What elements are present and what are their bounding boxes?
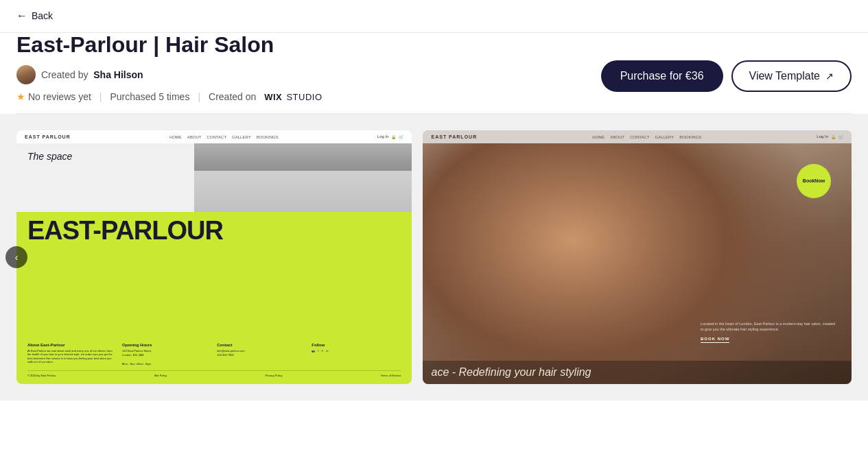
hero-face-overlay (423, 143, 852, 384)
mockup-top-section: The space (16, 143, 412, 212)
created-on-meta: Created on WIX STUDIO (209, 91, 322, 102)
mockup-logo-left: EAST PARLOUR (25, 134, 71, 139)
hero-description: Located in the heart of London, East-Par… (701, 321, 838, 333)
reviews-text: No reviews yet (28, 91, 91, 102)
mockup-footer-grid: About East-Parlour At East-Parlour we ca… (27, 343, 401, 367)
mockup-nav-links-left: HOME ABOUT CONTACT GALLERY BOOKINGS (169, 135, 279, 139)
mockup-nav-links-right: HOME ABOUT CONTACT GALLERY BOOKINGS (592, 135, 701, 139)
mockup-top-text: The space (27, 150, 401, 163)
mockup-footer-bottom: © 2024 by East Parlour Site Policy Priva… (27, 370, 401, 377)
separator-2: | (198, 91, 200, 102)
view-template-label: View Template (749, 70, 820, 82)
mockup-right: EAST PARLOUR HOME ABOUT CONTACT GALLERY … (423, 130, 852, 384)
created-by-label: Created by (41, 69, 88, 80)
creator-row: Created by Sha Hilson (16, 65, 601, 84)
mockup-nav-left: EAST PARLOUR HOME ABOUT CONTACT GALLERY … (16, 130, 412, 143)
top-bar: ← Back (0, 0, 868, 33)
preview-section: ‹ EAST PARLOUR HOME ABOUT CONTACT GALLER… (0, 114, 868, 401)
hero-marquee: ace - Redefining your hair styling (423, 361, 852, 384)
header-row: East-Parlour | Hair Salon Created by Sha… (0, 33, 868, 113)
reviews-meta: ★ No reviews yet (16, 91, 91, 102)
preview-right: EAST PARLOUR HOME ABOUT CONTACT GALLERY … (423, 130, 852, 384)
footer-col-hours: Opening Hours 123 East-Parlour Street,Lo… (122, 343, 211, 367)
footer-col-follow: Follow 📷 f ✕ in (312, 343, 401, 367)
back-arrow-icon: ← (16, 10, 27, 21)
back-label: Back (32, 10, 53, 21)
mockup-logo-right: EAST PARLOUR (431, 134, 477, 139)
header-left: East-Parlour | Hair Salon Created by Sha… (16, 33, 601, 102)
separator-1: | (99, 91, 102, 102)
creator-name: Sha Hilson (93, 69, 143, 80)
wix-studio-logo: WIX STUDIO (264, 92, 322, 102)
footer-col-contact: Contact info@east-parlour.com123 456 789… (217, 343, 306, 367)
purchased-meta: Purchased 5 times (110, 91, 189, 102)
book-line1: Book (803, 178, 815, 184)
meta-row: ★ No reviews yet | Purchased 5 times | C… (16, 91, 601, 102)
creator-text: Created by Sha Hilson (41, 69, 143, 80)
avatar (16, 65, 36, 84)
studio-text: STUDIO (283, 92, 322, 102)
star-icon: ★ (16, 91, 25, 102)
book-now-badge: Book Now (797, 164, 831, 198)
wix-text: WIX (264, 92, 282, 102)
page-title: East-Parlour | Hair Salon (16, 33, 601, 57)
mockup-lime-section: EAST-PARLOUR About East-Parlour At East-… (16, 212, 412, 384)
back-link[interactable]: ← Back (16, 10, 53, 21)
mockup-nav-icons-right: Log In 🔒 🛒 (817, 134, 843, 139)
mockup-big-title: EAST-PARLOUR (27, 219, 401, 242)
preview-left: EAST PARLOUR HOME ABOUT CONTACT GALLERY … (16, 130, 412, 384)
mockup-nav-icons-left: Log In 🔒 🛒 (377, 134, 404, 139)
hero-text-overlay: Located in the heart of London, East-Par… (701, 318, 838, 344)
created-on-label: Created on (209, 91, 256, 102)
mockup-left: EAST PARLOUR HOME ABOUT CONTACT GALLERY … (16, 130, 412, 384)
purchased-text: Purchased 5 times (110, 91, 189, 102)
footer-col-about: About East-Parlour At East-Parlour we ca… (27, 343, 117, 367)
header-actions: Purchase for €36 View Template ↗ (601, 33, 852, 92)
purchase-button[interactable]: Purchase for €36 (601, 60, 723, 92)
book-now-cta: BOOK NOW (701, 336, 729, 343)
view-template-button[interactable]: View Template ↗ (731, 60, 852, 92)
book-line2: Now (814, 178, 825, 184)
prev-arrow-button[interactable]: ‹ (5, 246, 27, 268)
mockup-nav-right: EAST PARLOUR HOME ABOUT CONTACT GALLERY … (423, 130, 852, 143)
external-link-icon: ↗ (825, 71, 834, 82)
mockup-hero-right: Book Now Located in the heart of London,… (423, 143, 852, 384)
avatar-image (16, 65, 36, 84)
